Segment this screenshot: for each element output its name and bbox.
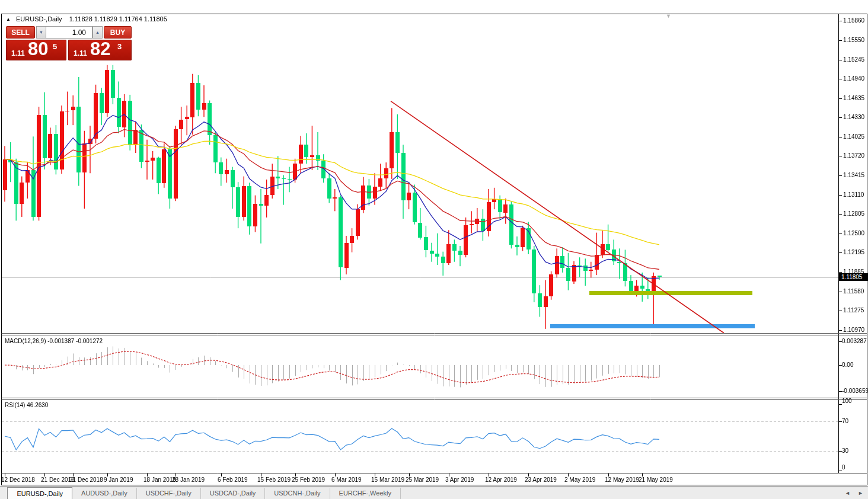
ask-price-pip: 3 bbox=[117, 42, 122, 51]
price-tick-label: 1.15550 bbox=[843, 37, 864, 43]
rsi-label: RSI(14) 46.2630 bbox=[5, 402, 48, 408]
bid-price-panel[interactable]: 1.11 80 5 bbox=[6, 40, 66, 60]
date-tick-label: 23 Apr 2019 bbox=[525, 476, 557, 483]
symbol-tab-bar: EURUSD-,DailyAUDUSD-,DailyUSDCHF-,DailyU… bbox=[0, 486, 868, 499]
macd-scale-label: -0.003659 bbox=[842, 388, 868, 394]
volume-increase-icon[interactable]: ▲ bbox=[92, 26, 103, 39]
ask-price-prefix: 1.11 bbox=[74, 49, 87, 57]
price-tick-label: 1.14330 bbox=[843, 114, 864, 120]
date-tick-label: 6 Mar 2019 bbox=[331, 476, 362, 483]
price-tick-label: 1.13415 bbox=[843, 172, 864, 178]
macd-scale-label: 0.00 bbox=[842, 362, 853, 368]
date-tick-label: 31 Dec 2018 bbox=[69, 476, 103, 483]
tab-scroll-right-icon[interactable]: ► bbox=[858, 490, 863, 496]
price-tick-label: 1.13110 bbox=[843, 192, 864, 198]
price-tick-label: 1.15245 bbox=[843, 57, 864, 63]
date-tick-label: 12 Dec 2018 bbox=[1, 476, 35, 483]
date-tick-label: 12 May 2019 bbox=[605, 476, 639, 483]
tab-eurusd-daily[interactable]: EURUSD-,Daily bbox=[7, 487, 72, 499]
price-tick-label: 1.10970 bbox=[843, 327, 864, 333]
date-tick-label: 15 Mar 2019 bbox=[371, 476, 404, 483]
volume-input[interactable] bbox=[46, 26, 92, 39]
price-tick-label: 1.11275 bbox=[843, 308, 864, 314]
price-tick-label: 1.12805 bbox=[843, 211, 864, 217]
price-tick-label: 1.14025 bbox=[843, 134, 864, 140]
sell-button[interactable]: SELL bbox=[6, 26, 35, 39]
macd-label: MACD(12,26,9) -0.001387 -0.001272 bbox=[5, 338, 103, 344]
tab-eurchf-weekly[interactable]: EURCHF-,Weekly bbox=[330, 488, 401, 499]
date-tick-label: 21 May 2019 bbox=[639, 476, 673, 483]
price-tick-label: 1.11885 bbox=[843, 269, 864, 275]
trading-terminal: H4D1W1MN ▲ EURUSD-,Daily 1.11828 1.11829… bbox=[0, 0, 868, 499]
date-tick-label: 12 Apr 2019 bbox=[485, 476, 517, 483]
ask-price-panel[interactable]: 1.11 82 3 bbox=[68, 40, 132, 60]
date-tick-label: 6 Feb 2019 bbox=[218, 476, 248, 483]
one-click-trading-widget: SELL ▼ ▲ BUY 1.11 80 5 1.11 82 3 bbox=[6, 26, 132, 61]
tab-scroll-left-icon[interactable]: ◄ bbox=[845, 490, 850, 496]
date-tick-label: 28 Jan 2019 bbox=[172, 476, 205, 483]
ask-price-big: 82 bbox=[90, 39, 110, 60]
chart-ohlc-values: 1.11828 1.11829 1.11764 1.11805 bbox=[69, 15, 167, 23]
rsi-scale-label: 100 bbox=[842, 398, 852, 404]
chart-symbol-label: EURUSD-,Daily bbox=[16, 15, 62, 23]
price-tick-label: 1.14940 bbox=[843, 76, 864, 82]
rsi-scale-label: 70 bbox=[842, 418, 848, 424]
rsi-scale-label: 30 bbox=[842, 448, 848, 454]
price-tick-label: 1.11580 bbox=[843, 289, 864, 295]
date-tick-label: 9 Jan 2019 bbox=[104, 476, 133, 483]
chart-canvas[interactable] bbox=[0, 0, 868, 499]
bid-price-big: 80 bbox=[28, 39, 48, 60]
date-tick-label: 2 May 2019 bbox=[564, 476, 595, 483]
price-tick-label: 1.12195 bbox=[843, 250, 864, 255]
bid-price-prefix: 1.11 bbox=[11, 49, 25, 57]
price-tick-label: 1.13720 bbox=[843, 153, 864, 159]
volume-decrease-icon[interactable]: ▼ bbox=[36, 26, 46, 39]
chart-title: ▲ EURUSD-,Daily 1.11828 1.11829 1.11764 … bbox=[6, 15, 167, 23]
date-tick-label: 15 Feb 2019 bbox=[257, 476, 291, 483]
buy-button[interactable]: BUY bbox=[104, 26, 132, 39]
date-tick-label: 25 Feb 2019 bbox=[292, 476, 325, 483]
date-tick-label: 3 Apr 2019 bbox=[445, 476, 474, 483]
macd-scale-label: 0.003287 bbox=[842, 338, 867, 344]
chart-shift-icon[interactable]: ▼ bbox=[666, 13, 671, 19]
rsi-scale-label: 0 bbox=[842, 465, 845, 471]
tab-usdchf-daily[interactable]: USDCHF-,Daily bbox=[137, 488, 201, 499]
price-tick-label: 1.14635 bbox=[843, 95, 864, 101]
date-tick-label: 25 Mar 2019 bbox=[406, 476, 439, 483]
tab-audusd-daily[interactable]: AUDUSD-,Daily bbox=[72, 488, 137, 499]
collapse-triangle-icon[interactable]: ▲ bbox=[6, 17, 11, 22]
date-tick-label: 18 Jan 2019 bbox=[143, 476, 176, 483]
bid-price-pip: 5 bbox=[53, 42, 57, 51]
price-tick-label: 1.12500 bbox=[843, 231, 864, 236]
price-tick-label: 1.15860 bbox=[843, 18, 864, 24]
tab-usdcad-daily[interactable]: USDCAD-,Daily bbox=[201, 488, 266, 499]
tab-usdcnh-daily[interactable]: USDCNH-,Daily bbox=[265, 488, 330, 499]
